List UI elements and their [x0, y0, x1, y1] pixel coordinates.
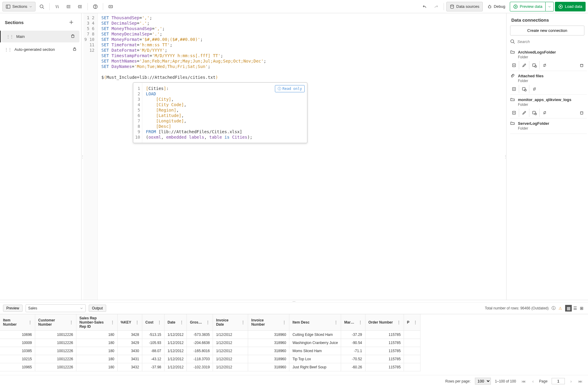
preview-panel: ⸺ Preview Sales Output Total number of r… [0, 300, 588, 387]
column-menu-icon[interactable]: ⋮ [158, 320, 161, 324]
column-menu-icon[interactable]: ⋮ [397, 320, 401, 324]
page-input[interactable] [552, 378, 565, 384]
cell: 115785 [365, 339, 404, 347]
select-data-icon [532, 110, 537, 115]
table-row[interactable]: 10385100122261803430-88.071/12/2012-165.… [0, 347, 420, 355]
bottom-splitter[interactable]: ⸺ [0, 300, 588, 303]
sections-toggle-label: Sections [12, 4, 27, 9]
column-header[interactable]: Cost⋮ [142, 314, 165, 331]
conn-refresh-button[interactable] [529, 85, 540, 93]
play-icon [558, 4, 563, 9]
drag-handle-icon[interactable]: ⋮⋮ [4, 47, 11, 52]
search-button[interactable] [37, 2, 47, 11]
conn-trash-button[interactable] [577, 109, 587, 117]
connection-search-input[interactable] [517, 39, 584, 44]
column-menu-icon[interactable]: ⋮ [414, 320, 417, 324]
conn-insert-button[interactable] [509, 109, 519, 117]
preview-menu-button[interactable] [546, 2, 554, 11]
svg-rect-28 [72, 35, 74, 38]
view-grid-button[interactable]: ⊞ [578, 305, 585, 312]
table-row[interactable]: 10965100122261803432-37.981/12/2012-102.… [0, 363, 420, 371]
column-menu-icon[interactable]: ⋮ [359, 320, 362, 324]
column-menu-icon[interactable]: ⋮ [69, 320, 73, 324]
load-data-button[interactable]: Load data [555, 2, 586, 11]
divider [103, 3, 103, 10]
conn-refresh-button[interactable] [540, 61, 550, 69]
column-menu-icon[interactable]: ⋮ [282, 320, 286, 324]
conn-refresh-button[interactable] [540, 109, 550, 117]
conn-select-button[interactable] [519, 85, 529, 93]
cell: 1/12/2012 [165, 339, 187, 347]
data-sources-button[interactable]: Data sources [446, 2, 483, 11]
undo-button[interactable] [420, 2, 430, 11]
column-header[interactable]: Invoice Date⋮ [213, 314, 248, 331]
column-header[interactable]: %KEY⋮ [118, 314, 142, 331]
preview-data-button[interactable]: Preview data [510, 2, 546, 11]
conn-trash-button[interactable] [577, 61, 587, 69]
column-menu-icon[interactable]: ⋮ [241, 320, 245, 324]
rows-per-page-select[interactable]: 100 [475, 378, 491, 385]
drag-handle-icon[interactable]: ⋮⋮ [6, 34, 13, 39]
cell: 1/12/2012 [213, 347, 248, 355]
column-header[interactable]: P⋮ [404, 314, 420, 331]
snippet-button[interactable] [106, 2, 116, 11]
conn-insert-button[interactable] [509, 85, 519, 93]
sections-toggle-button[interactable]: Sections [2, 2, 35, 11]
svg-line-3 [43, 8, 44, 9]
search-icon [510, 39, 515, 44]
preview-tab-button[interactable]: Preview [3, 305, 23, 312]
add-section-button[interactable] [66, 17, 76, 27]
help-button[interactable] [90, 2, 100, 11]
view-list-button[interactable]: ☰ [572, 305, 578, 312]
script-editor[interactable]: 1 2 3 4 5 6 7 8 9 10 11 12 SET ThousandS… [83, 13, 504, 300]
last-page-button[interactable]: ⏭ [577, 379, 584, 384]
create-connection-button[interactable]: Create new connection [510, 26, 584, 35]
next-page-button[interactable]: › [569, 379, 573, 384]
editor-code[interactable]: SET ThousandSep=','; SET DecimalSep='.';… [98, 13, 504, 300]
prev-page-button[interactable]: ‹ [531, 379, 535, 384]
insert-icon [512, 63, 516, 68]
column-header[interactable]: Item Number⋮ [0, 314, 35, 331]
column-header[interactable]: Invoice Number⋮ [248, 314, 289, 331]
outdent-button[interactable] [75, 2, 85, 11]
redo-button[interactable] [431, 2, 441, 11]
table-select-value: Sales [28, 306, 37, 310]
column-header[interactable]: Mar…⋮ [341, 314, 365, 331]
debug-button[interactable]: Debug [484, 2, 509, 11]
column-header[interactable]: Order Number⋮ [365, 314, 404, 331]
section-end-icon[interactable] [72, 47, 77, 52]
section-end-icon[interactable] [70, 34, 75, 39]
view-table-button[interactable]: ▦ [565, 305, 572, 312]
data-grid-scroll[interactable]: Item Number⋮Customer Number⋮Sales Rep Nu… [0, 314, 588, 375]
column-menu-icon[interactable]: ⋮ [111, 320, 114, 324]
output-tab-button[interactable]: Output [89, 305, 106, 312]
comment-button[interactable] [52, 2, 62, 11]
cell: 1/12/2012 [165, 355, 187, 363]
conn-select-button[interactable] [529, 61, 540, 69]
conn-insert-button[interactable] [509, 61, 519, 69]
section-item[interactable]: ⋮⋮Main [2, 31, 79, 42]
column-menu-icon[interactable]: ⋮ [28, 320, 32, 324]
cell: 10009 [0, 339, 35, 347]
column-menu-icon[interactable]: ⋮ [180, 320, 183, 324]
table-select[interactable]: Sales [26, 304, 86, 312]
column-header[interactable]: Sales Rep Number-Sales Rep ID⋮ [76, 314, 118, 331]
table-row[interactable]: 10696100122261803428-513.151/12/2012-573… [0, 331, 420, 339]
conn-edit-button[interactable] [519, 109, 529, 117]
info-icon[interactable]: ⓘ [552, 306, 556, 311]
column-header[interactable]: Gros…⋮ [187, 314, 213, 331]
table-row[interactable]: 10215100122261803431-43.121/12/2012-118.… [0, 355, 420, 363]
first-page-button[interactable]: ⏮ [520, 379, 527, 384]
table-row[interactable]: 10009100122261803429-105.931/12/2012-204… [0, 339, 420, 347]
select-data-icon [532, 63, 537, 68]
column-header[interactable]: Date⋮ [165, 314, 187, 331]
conn-edit-button[interactable] [519, 61, 529, 69]
conn-select-button[interactable] [529, 109, 540, 117]
column-header[interactable]: Item Desc⋮ [289, 314, 341, 331]
column-menu-icon[interactable]: ⋮ [334, 320, 338, 324]
column-menu-icon[interactable]: ⋮ [135, 320, 139, 324]
section-item[interactable]: ⋮⋮Auto-generated section [0, 44, 81, 55]
column-menu-icon[interactable]: ⋮ [206, 320, 210, 324]
indent-button[interactable] [63, 2, 74, 11]
column-header[interactable]: Customer Number⋮ [35, 314, 76, 331]
